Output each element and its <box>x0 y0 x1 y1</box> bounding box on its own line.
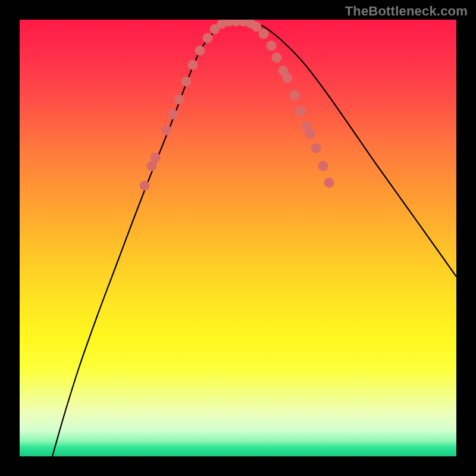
bottleneck-curve <box>52 21 456 456</box>
curve-marker <box>181 77 192 87</box>
curve-marker <box>283 73 293 83</box>
chart-stage: TheBottleneck.com <box>0 0 476 476</box>
curve-marker <box>324 178 334 188</box>
curve-marker <box>252 22 262 32</box>
plot-area <box>20 20 456 456</box>
curve-layer <box>20 20 456 456</box>
curve-marker <box>305 129 315 139</box>
curve-marker <box>311 143 321 154</box>
curve-markers <box>140 20 334 191</box>
curve-marker <box>296 107 306 117</box>
curve-marker <box>162 126 172 136</box>
curve-marker <box>259 29 269 39</box>
curve-marker <box>290 90 300 101</box>
curve-marker <box>140 181 150 191</box>
watermark-text: TheBottleneck.com <box>345 4 468 19</box>
curve-marker <box>195 46 205 56</box>
curve-marker <box>272 53 282 63</box>
curve-marker <box>168 109 178 120</box>
curve-marker <box>174 95 184 105</box>
curve-marker <box>151 153 161 163</box>
curve-marker <box>267 41 277 51</box>
curve-marker <box>188 60 198 70</box>
curve-marker <box>318 161 328 171</box>
curve-marker <box>203 33 213 43</box>
